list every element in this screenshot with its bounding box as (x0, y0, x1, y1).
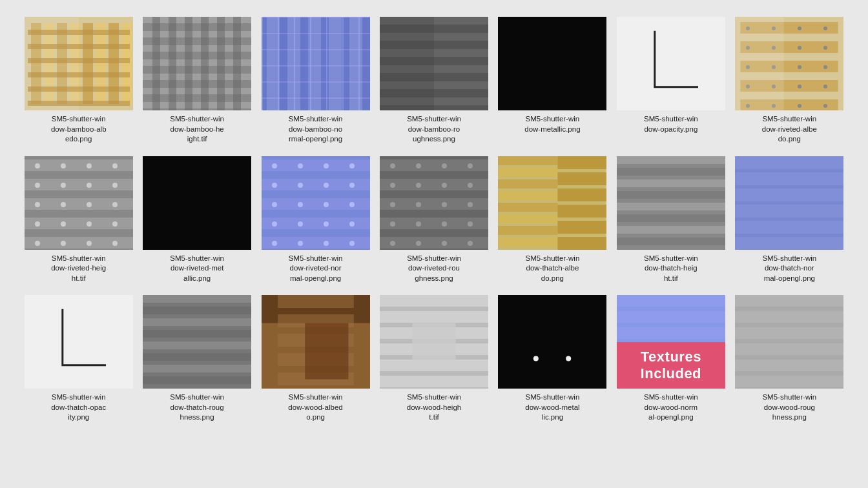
svg-rect-185 (617, 203, 725, 210)
svg-rect-15 (28, 101, 130, 106)
svg-point-68 (823, 26, 827, 30)
texture-item-bamboo-height: SM5-shutter-win dow-bamboo-he ight.tif (138, 12, 256, 151)
svg-point-125 (324, 183, 329, 188)
svg-point-79 (798, 85, 801, 88)
label-bamboo-height: SM5-shutter-win dow-bamboo-he ight.tif (170, 114, 224, 145)
label-bamboo-roughness: SM5-shutter-win dow-bamboo-ro ughness.pn… (407, 114, 461, 145)
svg-rect-41 (326, 17, 327, 110)
thumbnail-thatch-opacity[interactable] (25, 295, 133, 389)
svg-point-111 (112, 241, 118, 246)
svg-rect-236 (735, 343, 843, 355)
svg-rect-10 (28, 30, 130, 35)
svg-rect-57 (498, 17, 606, 110)
svg-point-94 (87, 163, 92, 168)
thumbnail-thatch-normal[interactable] (735, 156, 843, 250)
svg-point-120 (298, 163, 303, 168)
svg-rect-47 (329, 17, 342, 110)
svg-rect-235 (735, 327, 843, 339)
svg-rect-26 (185, 17, 192, 110)
texture-item-thatch-roughness: SM5-shutter-win dow-thatch-roug hness.pn… (138, 290, 256, 429)
svg-rect-112 (143, 156, 251, 250)
label-riveted-roughness: SM5-shutter-win dow-riveted-rou ghness.p… (407, 254, 461, 284)
label-opacity: SM5-shutter-win dow-opacity.png (644, 114, 698, 134)
thumbnail-thatch-roughness[interactable] (143, 295, 251, 389)
svg-point-127 (272, 202, 277, 207)
svg-point-97 (61, 183, 66, 188)
texture-item-metallic: SM5-shutter-win dow-metallic.png (493, 12, 612, 151)
thumbnail-riveted-normal[interactable] (262, 156, 370, 250)
label-riveted-albedo: SM5-shutter-win dow-riveted-albe do.png (762, 114, 817, 145)
thumbnail-opacity[interactable] (617, 17, 725, 110)
svg-point-159 (442, 221, 447, 227)
svg-rect-179 (558, 237, 607, 250)
thumbnail-bamboo-roughness[interactable] (380, 17, 488, 110)
thumbnail-wood-metallic[interactable] (498, 295, 606, 389)
svg-point-156 (468, 202, 473, 207)
label-wood-roughness: SM5-shutter-win dow-wood-roug hness.png (762, 392, 816, 423)
thumbnail-riveted-height[interactable] (25, 156, 133, 250)
svg-point-154 (416, 202, 421, 207)
svg-rect-208 (278, 295, 354, 308)
svg-rect-201 (143, 330, 251, 338)
thumbnail-bamboo-height[interactable] (143, 17, 251, 110)
texture-item-riveted-albedo: SM5-shutter-win dow-riveted-albe do.png (730, 12, 849, 151)
thumbnail-metallic[interactable] (498, 17, 606, 110)
svg-rect-234 (735, 311, 843, 323)
svg-point-160 (468, 221, 473, 227)
svg-rect-177 (558, 205, 607, 218)
svg-point-164 (468, 241, 473, 246)
thumbnail-riveted-metallic[interactable] (143, 156, 251, 250)
texture-item-thatch-normal: SM5-shutter-win dow-thatch-nor mal-openg… (730, 151, 849, 290)
thumbnail-wood-height[interactable] (380, 295, 488, 389)
svg-rect-48 (349, 17, 362, 110)
svg-rect-192 (735, 188, 843, 201)
thumbnail-wood-normal[interactable]: Textures Included (617, 295, 725, 389)
svg-rect-205 (143, 376, 251, 384)
svg-rect-199 (143, 307, 251, 314)
svg-point-104 (35, 221, 40, 227)
thumbnail-riveted-roughness[interactable] (380, 156, 488, 250)
svg-rect-6 (96, 23, 106, 104)
svg-point-146 (416, 163, 421, 168)
label-thatch-height: SM5-shutter-win dow-thatch-heig ht.tif (644, 254, 698, 284)
svg-rect-202 (143, 341, 251, 349)
svg-point-67 (798, 26, 801, 30)
label-wood-albedo: SM5-shutter-win dow-wood-albed o.png (288, 392, 342, 423)
svg-point-134 (349, 221, 355, 227)
svg-point-99 (112, 183, 118, 188)
texture-item-thatch-height: SM5-shutter-win dow-thatch-heig ht.tif (612, 151, 730, 290)
svg-rect-24 (152, 17, 160, 110)
svg-rect-213 (305, 323, 348, 380)
thumbnail-wood-roughness[interactable] (735, 295, 843, 389)
label-metallic: SM5-shutter-win dow-metallic.png (524, 114, 580, 134)
thumbnail-bamboo-normal[interactable] (262, 17, 370, 110)
thumbnail-wood-albedo[interactable] (262, 295, 370, 389)
svg-point-149 (390, 183, 395, 188)
svg-point-108 (35, 241, 40, 246)
svg-rect-56 (380, 17, 434, 110)
svg-rect-172 (498, 226, 557, 235)
svg-point-128 (298, 202, 303, 207)
svg-point-95 (112, 163, 118, 168)
svg-point-100 (35, 202, 40, 207)
svg-rect-238 (735, 376, 843, 387)
svg-point-119 (272, 163, 277, 168)
thumbnail-thatch-albedo[interactable] (498, 156, 606, 250)
thumbnail-thatch-height[interactable] (617, 156, 725, 250)
svg-rect-175 (558, 172, 607, 185)
svg-rect-196 (25, 295, 133, 389)
svg-point-151 (442, 183, 447, 188)
texture-item-thatch-opacity: SM5-shutter-win dow-thatch-opac ity.png (19, 290, 138, 429)
svg-rect-184 (617, 191, 725, 199)
svg-point-106 (87, 221, 92, 227)
thumbnail-riveted-albedo[interactable] (735, 17, 843, 110)
svg-rect-198 (143, 295, 251, 303)
svg-point-148 (468, 163, 473, 168)
svg-rect-174 (558, 156, 607, 169)
svg-rect-178 (558, 221, 607, 234)
texture-grid: SM5-shutter-win dow-bamboo-alb edo.pngSM… (0, 0, 868, 441)
texture-item-wood-metallic: SM5-shutter-win dow-wood-metal lic.png (493, 290, 612, 429)
thumbnail-bamboo-albedo[interactable] (25, 17, 133, 110)
svg-point-123 (272, 183, 277, 188)
label-bamboo-albedo: SM5-shutter-win dow-bamboo-alb edo.png (51, 114, 107, 145)
